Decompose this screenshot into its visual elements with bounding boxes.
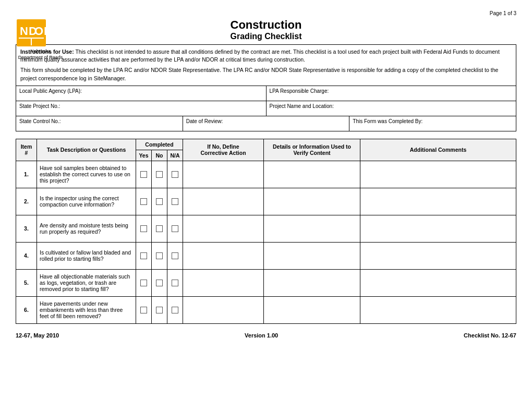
details: [264, 296, 360, 323]
th-task: Task Description or Questions: [37, 139, 136, 161]
state-project-label: State Project No.:: [16, 101, 267, 116]
additional-comments: [360, 188, 516, 215]
table-body: 1.Have soil samples been obtained to est…: [16, 161, 516, 323]
additional-comments: [360, 296, 516, 323]
details: [264, 215, 360, 242]
checkbox-yes[interactable]: [136, 188, 152, 215]
state-control-label: State Control No.:: [16, 116, 183, 131]
form-row-2: State Project No.: Project Name and Loca…: [16, 101, 516, 116]
task-description: Is the inspector using the correct compa…: [37, 188, 136, 215]
checkbox-yes[interactable]: [136, 269, 152, 296]
checkbox-na[interactable]: [167, 269, 183, 296]
item-number: 6.: [16, 296, 37, 323]
checkbox-yes[interactable]: [136, 242, 152, 269]
checkbox-yes[interactable]: [136, 215, 152, 242]
svg-text:OR: OR: [34, 25, 53, 38]
checkbox-no[interactable]: [152, 296, 167, 323]
ndor-logo-svg: ND OR: [16, 18, 65, 49]
th-details: Details or Information Used toVerify Con…: [264, 139, 360, 161]
additional-comments: [360, 215, 516, 242]
table-row: 4.Is cultivated or fallow land bladed an…: [16, 242, 516, 269]
corrective-action: [183, 188, 264, 215]
task-description: Have soil samples been obtained to estab…: [37, 161, 136, 188]
th-completed: Completed: [136, 139, 183, 150]
details: [264, 188, 360, 215]
table-header-row: Item# Task Description or Questions Comp…: [16, 139, 516, 150]
item-number: 3.: [16, 215, 37, 242]
th-item: Item#: [16, 139, 37, 161]
footer: 12-67, May 2010 Version 1.00 Checklist N…: [16, 332, 516, 339]
task-description: Have pavements under new embankments wit…: [37, 296, 136, 323]
checkbox-na[interactable]: [167, 242, 183, 269]
header-area: ND OR Nebraska Department of Roads Const…: [16, 18, 516, 41]
instructions-p2: This form should be completed by the LPA…: [20, 66, 512, 82]
item-number: 1.: [16, 161, 37, 188]
checkbox-no[interactable]: [152, 215, 167, 242]
page-number: Page 1 of 3: [16, 10, 516, 16]
details: [264, 269, 360, 296]
details: [264, 242, 360, 269]
table-row: 2.Is the inspector using the correct com…: [16, 188, 516, 215]
completed-by-label: This Form was Completed By:: [349, 116, 516, 131]
corrective-action: [183, 269, 264, 296]
task-description: Are density and moisture tests being run…: [37, 215, 136, 242]
table-row: 1.Have soil samples been obtained to est…: [16, 161, 516, 188]
form-fields: Local Public Agency (LPA): LPA Responsib…: [16, 86, 516, 131]
checkbox-na[interactable]: [167, 188, 183, 215]
additional-comments: [360, 161, 516, 188]
checkbox-na[interactable]: [167, 215, 183, 242]
checkbox-yes[interactable]: [136, 296, 152, 323]
logo-line1: Nebraska: [18, 49, 63, 55]
th-no: No: [152, 150, 167, 161]
additional-comments: [360, 269, 516, 296]
logo-text: Nebraska Department of Roads: [18, 49, 63, 61]
th-na: N/A: [167, 150, 183, 161]
table-row: 5.Have all objectionable materials such …: [16, 269, 516, 296]
corrective-action: [183, 296, 264, 323]
details: [264, 161, 360, 188]
th-comments: Additional Comments: [360, 139, 516, 161]
item-number: 2.: [16, 188, 37, 215]
title-area: Construction Grading Checklist: [231, 18, 302, 41]
logo-area: ND OR Nebraska Department of Roads: [16, 18, 65, 61]
lpa-rc-label: LPA Responsible Charge:: [267, 86, 516, 101]
footer-center: Version 1.00: [245, 332, 278, 339]
table-row: 3.Are density and moisture tests being r…: [16, 215, 516, 242]
instructions-text2: This form should be completed by the LPA…: [20, 67, 498, 81]
corrective-action: [183, 242, 264, 269]
task-description: Is cultivated or fallow land bladed and …: [37, 242, 136, 269]
instructions-p1: Instructions for Use: This checklist is …: [20, 48, 512, 64]
checkbox-yes[interactable]: [136, 161, 152, 188]
checkbox-no[interactable]: [152, 269, 167, 296]
corrective-action: [183, 215, 264, 242]
checkbox-no[interactable]: [152, 188, 167, 215]
item-number: 4.: [16, 242, 37, 269]
checkbox-na[interactable]: [167, 296, 183, 323]
table-row: 6.Have pavements under new embankments w…: [16, 296, 516, 323]
main-title: Construction: [231, 18, 302, 32]
task-description: Have all objectionable materials such as…: [37, 269, 136, 296]
checkbox-no[interactable]: [152, 242, 167, 269]
footer-right: Checklist No. 12-67: [464, 332, 516, 339]
additional-comments: [360, 242, 516, 269]
footer-left: 12-67, May 2010: [16, 332, 59, 339]
project-name-label: Project Name and Location:: [267, 101, 516, 116]
th-yes: Yes: [136, 150, 152, 161]
instructions-box: Instructions for Use: This checklist is …: [16, 44, 516, 86]
logo-line2: Department of Roads: [18, 55, 63, 61]
checkbox-na[interactable]: [167, 161, 183, 188]
checklist-table: Item# Task Description or Questions Comp…: [16, 139, 516, 324]
lpa-label: Local Public Agency (LPA):: [16, 86, 267, 101]
corrective-action: [183, 161, 264, 188]
form-row-3: State Control No.: Date of Review: This …: [16, 116, 516, 131]
form-row-1: Local Public Agency (LPA): LPA Responsib…: [16, 86, 516, 101]
date-review-label: Date of Review:: [183, 116, 350, 131]
sub-title: Grading Checklist: [231, 32, 302, 41]
checkbox-no[interactable]: [152, 161, 167, 188]
th-ifno: If No, DefineCorrective Action: [183, 139, 264, 161]
item-number: 5.: [16, 269, 37, 296]
instructions-text1: This checklist is not intended to assure…: [20, 49, 500, 63]
